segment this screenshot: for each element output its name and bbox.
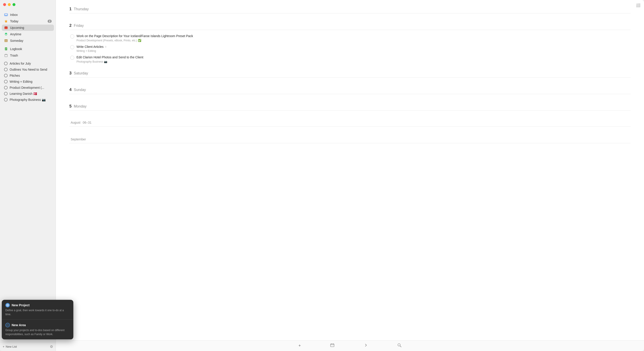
area-icon xyxy=(4,68,8,71)
task-item: Edit Clarion Hotel Photos and Send to th… xyxy=(69,54,630,64)
day-section-monday: 5 Monday xyxy=(69,104,630,119)
month-header-august: August 06–31 xyxy=(69,120,630,126)
logbook-icon xyxy=(4,47,8,51)
svg-rect-6 xyxy=(4,40,8,42)
sidebar-item-label: Writing + Editing xyxy=(10,80,52,84)
task-checkbox[interactable] xyxy=(70,45,74,49)
svg-rect-5 xyxy=(6,26,7,27)
sidebar: Inbox Today 2 xyxy=(0,0,56,351)
task-subtitle: Writing + Editing xyxy=(76,50,630,52)
sidebar-item-product-development[interactable]: Product Development (... xyxy=(2,85,54,90)
sidebar-item-label: Photography Business 📷 xyxy=(10,98,52,102)
new-area-desc: Group your projects and to-dos based on … xyxy=(5,328,70,336)
new-project-title: New Project xyxy=(5,303,70,308)
calendar-button[interactable] xyxy=(329,342,336,350)
sidebar-item-label: Today xyxy=(10,20,46,23)
area-icon xyxy=(4,92,8,96)
filter-icon[interactable]: ⚙ xyxy=(50,344,53,349)
today-badge: 2 xyxy=(48,20,52,23)
day-section-thursday: 1 Thursday xyxy=(69,7,630,22)
new-area-icon xyxy=(5,323,10,327)
task-title: Work on the Page Description for Your Ic… xyxy=(76,34,630,38)
task-title: Edit Clarion Hotel Photos and Send to th… xyxy=(76,55,630,60)
sidebar-item-writing-editing[interactable]: Writing + Editing xyxy=(2,79,54,84)
sidebar-item-photography-business[interactable]: Photography Business 📷 xyxy=(2,97,54,102)
task-checkbox[interactable] xyxy=(70,56,74,60)
svg-point-18 xyxy=(7,324,8,326)
month-section-august: August 06–31 xyxy=(69,120,630,136)
task-list-thursday xyxy=(69,16,630,22)
task-list-monday xyxy=(69,113,630,119)
task-content: Work on the Page Description for Your Ic… xyxy=(76,34,630,42)
sidebar-item-outlines[interactable]: Outlines You Need to Send xyxy=(2,66,54,72)
september-tasks xyxy=(69,147,630,152)
notes-icon: ≡ xyxy=(105,45,106,49)
day-section-sunday: 4 Sunday xyxy=(69,88,630,102)
day-name: Monday xyxy=(74,104,86,108)
new-project-desc: Define a goal, then work towards it one … xyxy=(5,308,70,316)
sidebar-item-logbook[interactable]: Logbook xyxy=(2,46,54,52)
day-header-thursday: 1 Thursday xyxy=(69,7,630,14)
sidebar-item-label: Anytime xyxy=(10,32,52,36)
svg-rect-3 xyxy=(4,26,8,28)
sidebar-item-label: Trash xyxy=(10,54,52,57)
search-button[interactable] xyxy=(396,342,403,350)
bottom-toolbar: + xyxy=(56,340,644,351)
new-list-label: New List xyxy=(6,345,17,348)
window-resize-icon: ⬜ xyxy=(636,3,640,8)
task-content: Write Client Articles ≡ Writing + Editin… xyxy=(76,45,630,53)
inbox-icon xyxy=(4,13,8,17)
maximize-button[interactable] xyxy=(12,3,16,6)
sidebar-item-label: Learning Danish 🇩🇰 xyxy=(10,92,52,96)
month-header-september: September xyxy=(69,137,630,143)
main-content: 1 Thursday 2 Friday Work xyxy=(56,0,644,340)
month-section-september: September xyxy=(69,137,630,152)
sidebar-item-label: Upcoming xyxy=(10,26,52,30)
day-header-saturday: 3 Saturday xyxy=(69,71,630,78)
task-list-sunday xyxy=(69,97,630,102)
close-button[interactable] xyxy=(3,3,6,6)
minimize-button[interactable] xyxy=(8,3,11,6)
sidebar-item-today[interactable]: Today 2 xyxy=(2,18,54,24)
sidebar-item-trash[interactable]: Trash xyxy=(2,52,54,58)
sidebar-item-label: Outlines You Need to Send xyxy=(10,68,52,71)
new-list-button[interactable]: + New List xyxy=(3,345,17,348)
day-header-friday: 2 Friday xyxy=(69,23,630,30)
task-item: Write Client Articles ≡ Writing + Editin… xyxy=(69,43,630,54)
day-section-friday: 2 Friday Work on the Page Description fo… xyxy=(69,23,630,69)
sidebar-item-upcoming[interactable]: Upcoming xyxy=(2,24,54,31)
day-number: 2 xyxy=(69,23,72,28)
day-number: 5 xyxy=(69,104,72,109)
sidebar-item-someday[interactable]: Someday xyxy=(2,38,54,44)
sidebar-item-label: Pitches xyxy=(10,74,52,77)
sidebar-item-anytime[interactable]: Anytime xyxy=(2,31,54,37)
new-project-icon xyxy=(5,303,10,308)
day-header-sunday: 4 Sunday xyxy=(69,88,630,94)
sidebar-navigation: Inbox Today 2 xyxy=(0,12,56,342)
titlebar xyxy=(0,0,56,9)
new-area-option[interactable]: New Area Group your projects and to-dos … xyxy=(2,320,73,339)
forward-button[interactable] xyxy=(362,342,369,350)
trash-icon xyxy=(4,54,8,58)
area-icon xyxy=(4,62,8,65)
sidebar-item-pitches[interactable]: Pitches xyxy=(2,73,54,78)
star-icon xyxy=(4,19,8,23)
archive-icon xyxy=(4,39,8,43)
sidebar-item-learning-danish[interactable]: Learning Danish 🇩🇰 xyxy=(2,91,54,96)
day-number: 3 xyxy=(69,71,72,76)
task-subtitle: Photography Business 📷 xyxy=(76,60,630,63)
new-project-option[interactable]: New Project Define a goal, then work tow… xyxy=(2,300,73,320)
layers-icon xyxy=(4,32,8,36)
area-icon xyxy=(4,74,8,77)
sidebar-item-articles-for-july[interactable]: Articles for July xyxy=(2,60,54,66)
task-checkbox[interactable] xyxy=(70,34,74,38)
sidebar-item-inbox[interactable]: Inbox xyxy=(2,12,54,18)
task-title: Write Client Articles ≡ xyxy=(76,45,630,49)
calendar-icon xyxy=(4,26,8,30)
day-name: Thursday xyxy=(74,7,89,11)
new-list-plus-icon: + xyxy=(3,345,4,348)
area-icon xyxy=(4,80,8,84)
day-number: 1 xyxy=(69,7,72,12)
add-task-button[interactable]: + xyxy=(297,342,302,350)
day-name: Friday xyxy=(74,24,84,28)
